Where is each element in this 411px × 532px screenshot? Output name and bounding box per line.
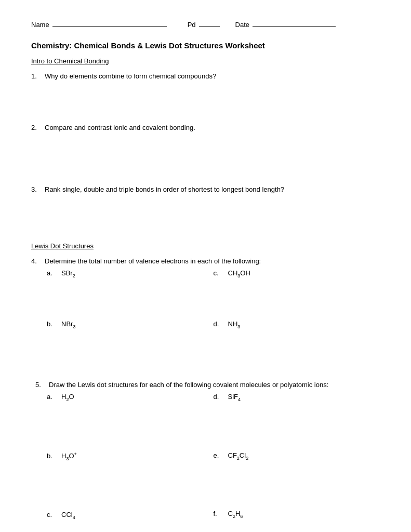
q4d-formula: NH3 [228, 320, 241, 329]
q4d-space [214, 330, 380, 366]
name-line [52, 26, 167, 27]
date-line [253, 26, 336, 27]
q2-row: 2. Compare and contrast ionic and covale… [31, 124, 380, 131]
q4a-letter: a. [47, 269, 59, 277]
q5-right-col: d. SiF4 e. CF2Cl2 f. C2H6 [214, 393, 380, 532]
intro-section: Intro to Chemical Bonding [31, 57, 380, 68]
q4c-space [214, 280, 380, 316]
q4b-label: b. NBr3 [47, 320, 214, 329]
q5d-label: d. SiF4 [214, 393, 380, 402]
q1-text: Why do elements combine to form chemical… [45, 72, 380, 80]
q4-row: 4. Determine the total number of valence… [31, 257, 380, 265]
pd-line [199, 26, 220, 27]
date-field: Date [235, 21, 336, 29]
q5e-space [214, 461, 380, 506]
lewis-heading: Lewis Dot Structures [31, 242, 94, 250]
q5b: b. H3O+ [47, 451, 214, 507]
q4a-label: a. SBr2 [47, 269, 214, 278]
name-field: Name [31, 21, 167, 29]
q2-number: 2. [31, 124, 45, 131]
q5c: c. CCl4 [47, 511, 214, 532]
q4c-formula: CH3OH [228, 269, 250, 278]
q5f-letter: f. [214, 510, 226, 517]
q5b-formula: H3O+ [61, 451, 77, 461]
q3-number: 3. [31, 185, 45, 193]
q5d-space [214, 403, 380, 447]
question-4: 4. Determine the total number of valence… [31, 257, 380, 370]
question-3: 3. Rank single, double and triple bonds … [31, 185, 380, 227]
q5a: a. H2O [47, 393, 214, 447]
q5-text: Draw the Lewis dot structures for each o… [49, 381, 380, 389]
q2-text: Compare and contrast ionic and covalent … [45, 124, 380, 131]
q4b-letter: b. [47, 320, 59, 328]
q4a: a. SBr2 [47, 269, 214, 316]
q5e-label: e. CF2Cl2 [214, 451, 380, 461]
q5c-label: c. CCl4 [47, 511, 214, 520]
q5f-label: f. C2H6 [214, 510, 380, 519]
q5-row: 5. Draw the Lewis dot structures for eac… [31, 381, 380, 389]
lewis-section: Lewis Dot Structures [31, 242, 380, 253]
q4b-formula: NBr3 [61, 320, 75, 329]
question-2: 2. Compare and contrast ionic and covale… [31, 124, 380, 175]
date-label: Date [235, 21, 249, 29]
intro-heading: Intro to Chemical Bonding [31, 57, 109, 65]
q4-text: Determine the total number of valence el… [45, 257, 380, 265]
q4a-formula: SBr2 [61, 269, 75, 278]
q5e-formula: CF2Cl2 [228, 451, 249, 461]
q4c: c. CH3OH [214, 269, 380, 316]
q4a-space [47, 280, 214, 316]
question-5: 5. Draw the Lewis dot structures for eac… [31, 381, 380, 532]
pd-field: Pd [188, 21, 220, 29]
q2-answer-space [31, 134, 380, 175]
q3-row: 3. Rank single, double and triple bonds … [31, 185, 380, 193]
q4-right-col: c. CH3OH d. NH3 [214, 269, 380, 370]
page-title: Chemistry: Chemical Bonds & Lewis Dot St… [31, 41, 380, 50]
q5-subquestions: a. H2O b. H3O+ c. CCl4 [47, 393, 380, 532]
q5-left-col: a. H2O b. H3O+ c. CCl4 [47, 393, 214, 532]
q4b: b. NBr3 [47, 320, 214, 367]
q4b-space [47, 330, 214, 366]
q5a-letter: a. [47, 393, 59, 401]
q5c-formula: CCl4 [61, 511, 75, 520]
q4d-letter: d. [214, 320, 226, 328]
q4-left-col: a. SBr2 b. NBr3 [47, 269, 214, 370]
q5a-space [47, 403, 214, 447]
name-label: Name [31, 21, 49, 29]
q3-text: Rank single, double and triple bonds in … [45, 185, 380, 193]
header: Name Pd Date [31, 21, 380, 29]
q4c-label: c. CH3OH [214, 269, 380, 278]
q4c-letter: c. [214, 269, 226, 277]
q5e-letter: e. [214, 451, 226, 459]
q5a-formula: H2O [61, 393, 74, 402]
q5d-letter: d. [214, 393, 226, 401]
q5a-label: a. H2O [47, 393, 214, 402]
q4d-label: d. NH3 [214, 320, 380, 329]
q1-row: 1. Why do elements combine to form chemi… [31, 72, 380, 80]
q5-number: 5. [31, 381, 49, 389]
q5b-space [47, 462, 214, 507]
q4d: d. NH3 [214, 320, 380, 367]
q1-number: 1. [31, 72, 45, 80]
q5f: f. C2H6 [214, 510, 380, 532]
q1-answer-space [31, 82, 380, 113]
q5c-space [47, 521, 214, 532]
q5d: d. SiF4 [214, 393, 380, 447]
q5e: e. CF2Cl2 [214, 451, 380, 506]
q5f-formula: C2H6 [228, 510, 243, 519]
q4-number: 4. [31, 257, 45, 265]
q5b-letter: b. [47, 452, 59, 460]
q3-answer-space [31, 195, 380, 227]
q5c-letter: c. [47, 511, 59, 518]
question-1: 1. Why do elements combine to form chemi… [31, 72, 380, 113]
pd-label: Pd [188, 21, 196, 29]
q5b-label: b. H3O+ [47, 451, 214, 461]
q5d-formula: SiF4 [228, 393, 241, 402]
q4-subquestions: a. SBr2 b. NBr3 c. CH3OH [47, 269, 380, 370]
q5f-space [214, 520, 380, 532]
